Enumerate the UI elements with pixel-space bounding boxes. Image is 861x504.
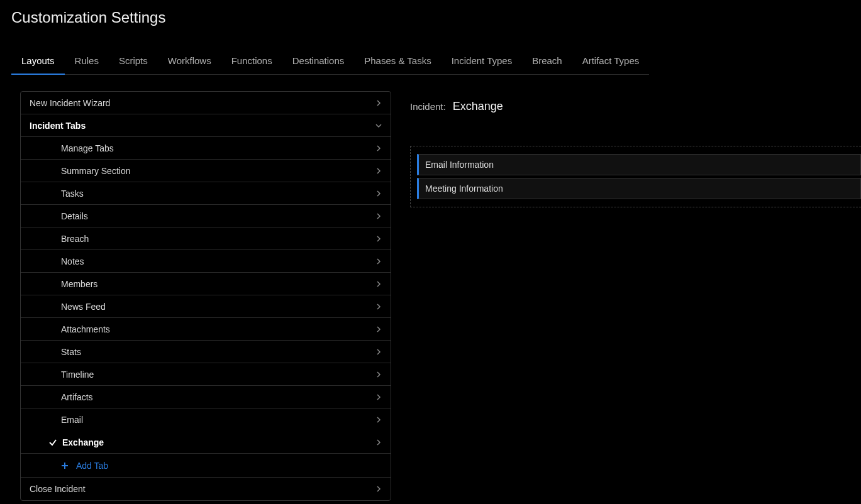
tab-incident-types[interactable]: Incident Types: [442, 49, 522, 75]
sidebar-item-label: Email: [61, 415, 83, 425]
sidebar-item-label: Tasks: [61, 189, 84, 199]
add-tab-row: Add Tab: [21, 454, 391, 478]
sidebar-item-label: New Incident Wizard: [30, 98, 110, 108]
sidebar-item-stats[interactable]: Stats: [21, 341, 391, 363]
tab-destinations[interactable]: Destinations: [282, 49, 355, 75]
tabbar: LayoutsRulesScriptsWorkflowsFunctionsDes…: [0, 30, 861, 75]
sidebar-item-label: Notes: [61, 256, 84, 266]
tab-layouts[interactable]: Layouts: [11, 49, 65, 75]
sidebar-item-label: Artifacts: [61, 392, 93, 402]
sidebar-item-summary-section[interactable]: Summary Section: [21, 160, 391, 182]
sidebar-item-label: Details: [61, 211, 88, 221]
sidebar-item-incident-tabs[interactable]: Incident Tabs: [21, 114, 391, 137]
sidebar-item-new-incident-wizard[interactable]: New Incident Wizard: [21, 92, 391, 114]
sidebar-item-label: Manage Tabs: [61, 143, 114, 153]
sidebar-item-details[interactable]: Details: [21, 205, 391, 227]
sidebar-item-notes[interactable]: Notes: [21, 250, 391, 273]
sidebar-item-label: Breach: [61, 234, 89, 244]
chevron-right-icon: [375, 304, 382, 310]
layout-sidebar: New Incident Wizard Incident Tabs Manage…: [20, 91, 391, 501]
sidebar-item-breach[interactable]: Breach: [21, 227, 391, 250]
section-item-email-information[interactable]: Email Information: [417, 154, 861, 175]
chevron-right-icon: [375, 236, 382, 242]
chevron-right-icon: [375, 417, 382, 423]
chevron-right-icon: [375, 100, 382, 106]
section-drop-area[interactable]: Email InformationMeeting Information: [410, 146, 861, 207]
add-tab-label: Add Tab: [76, 461, 108, 471]
main-panel: Incident: Exchange Email InformationMeet…: [391, 91, 861, 501]
chevron-right-icon: [375, 168, 382, 174]
chevron-right-icon: [375, 486, 382, 492]
main-header: Incident: Exchange: [410, 91, 861, 113]
sidebar-item-timeline[interactable]: Timeline: [21, 363, 391, 386]
tab-scripts[interactable]: Scripts: [109, 49, 158, 75]
chevron-down-icon: [375, 123, 382, 129]
chevron-right-icon: [375, 439, 382, 446]
check-icon: [48, 438, 57, 447]
tab-functions[interactable]: Functions: [221, 49, 282, 75]
sidebar-item-label: Incident Tabs: [30, 121, 86, 131]
main-header-prefix: Incident:: [410, 101, 446, 112]
chevron-right-icon: [375, 213, 382, 219]
main-header-title: Exchange: [453, 100, 503, 112]
chevron-right-icon: [375, 371, 382, 378]
plus-icon: [61, 462, 69, 469]
tab-phases-tasks[interactable]: Phases & Tasks: [354, 49, 441, 75]
sidebar-item-artifacts[interactable]: Artifacts: [21, 386, 391, 408]
tab-artifact-types[interactable]: Artifact Types: [572, 49, 650, 75]
tab-workflows[interactable]: Workflows: [158, 49, 221, 75]
sidebar-item-label: Stats: [61, 347, 81, 357]
sidebar-item-label: News Feed: [61, 302, 106, 312]
sidebar-item-label: Timeline: [61, 370, 94, 380]
sidebar-item-email[interactable]: Email: [21, 408, 391, 431]
sidebar-item-label: Exchange: [62, 437, 104, 447]
sidebar-item-members[interactable]: Members: [21, 273, 391, 295]
sidebar-item-tasks[interactable]: Tasks: [21, 182, 391, 205]
chevron-right-icon: [375, 281, 382, 287]
sidebar-item-label: Members: [61, 279, 97, 289]
page-title: Customization Settings: [0, 0, 861, 30]
sidebar-item-exchange[interactable]: Exchange: [21, 431, 391, 454]
content-area: New Incident Wizard Incident Tabs Manage…: [0, 75, 861, 501]
sidebar-item-close-incident[interactable]: Close Incident: [21, 478, 391, 500]
add-tab-button[interactable]: Add Tab: [61, 461, 108, 471]
tab-rules[interactable]: Rules: [65, 49, 109, 75]
sidebar-item-label: Summary Section: [61, 166, 130, 176]
chevron-right-icon: [375, 394, 382, 400]
tab-breach[interactable]: Breach: [522, 49, 572, 75]
chevron-right-icon: [375, 258, 382, 265]
chevron-right-icon: [375, 349, 382, 355]
sidebar-item-attachments[interactable]: Attachments: [21, 318, 391, 341]
sidebar-item-news-feed[interactable]: News Feed: [21, 295, 391, 318]
chevron-right-icon: [375, 190, 382, 197]
chevron-right-icon: [375, 326, 382, 332]
chevron-right-icon: [375, 145, 382, 151]
sidebar-item-label: Close Incident: [30, 484, 86, 494]
sidebar-item-label: Attachments: [61, 324, 110, 334]
section-item-meeting-information[interactable]: Meeting Information: [417, 178, 861, 199]
sidebar-item-manage-tabs[interactable]: Manage Tabs: [21, 137, 391, 160]
